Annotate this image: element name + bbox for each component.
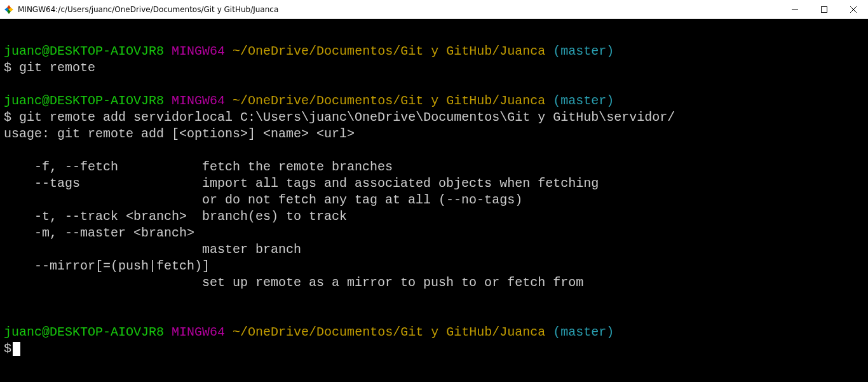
output-line: -t, --track <branch> branch(es) to track bbox=[4, 209, 347, 224]
prompt-branch: (master) bbox=[553, 44, 614, 58]
window-controls bbox=[780, 0, 868, 18]
prompt-symbol: $ bbox=[4, 341, 11, 356]
prompt-path: ~/OneDrive/Documentos/Git y GitHub/Juanc… bbox=[233, 325, 545, 339]
prompt-env: MINGW64 bbox=[172, 325, 225, 339]
prompt-symbol: $ bbox=[4, 110, 11, 125]
minimize-button[interactable] bbox=[780, 0, 810, 18]
terminal-area[interactable]: juanc@DESKTOP-AIOVJR8 MINGW64 ~/OneDrive… bbox=[0, 19, 868, 382]
app-icon bbox=[4, 4, 14, 15]
prompt-env: MINGW64 bbox=[172, 44, 225, 58]
prompt-branch: (master) bbox=[553, 325, 614, 339]
cursor bbox=[13, 342, 20, 356]
titlebar: MINGW64:/c/Users/juanc/OneDrive/Document… bbox=[0, 0, 868, 19]
output-line: -m, --master <branch> bbox=[4, 226, 194, 240]
prompt-user-host: juanc@DESKTOP-AIOVJR8 bbox=[4, 44, 164, 58]
output-line: master branch bbox=[4, 242, 301, 257]
maximize-button[interactable] bbox=[810, 0, 839, 18]
output-line: set up remote as a mirror to push to or … bbox=[4, 275, 583, 290]
prompt-user-host: juanc@DESKTOP-AIOVJR8 bbox=[4, 325, 164, 339]
window-title: MINGW64:/c/Users/juanc/OneDrive/Document… bbox=[18, 5, 278, 14]
prompt-path: ~/OneDrive/Documentos/Git y GitHub/Juanc… bbox=[233, 93, 545, 108]
prompt-user-host: juanc@DESKTOP-AIOVJR8 bbox=[4, 93, 164, 108]
prompt-symbol: $ bbox=[4, 60, 11, 75]
output-line: --tags import all tags and associated ob… bbox=[4, 176, 599, 191]
output-line: or do not fetch any tag at all (--no-tag… bbox=[4, 193, 522, 207]
terminal-block-1: juanc@DESKTOP-AIOVJR8 MINGW64 ~/OneDrive… bbox=[4, 43, 864, 357]
svg-rect-5 bbox=[822, 6, 827, 12]
prompt-path: ~/OneDrive/Documentos/Git y GitHub/Juanc… bbox=[233, 44, 545, 58]
output-line: -f, --fetch fetch the remote branches bbox=[4, 160, 393, 174]
command-line: git remote bbox=[19, 60, 95, 75]
prompt-env: MINGW64 bbox=[172, 93, 225, 108]
output-line: usage: git remote add [<options>] <name>… bbox=[4, 126, 355, 141]
prompt-branch: (master) bbox=[553, 93, 614, 108]
command-line: git remote add servidorlocal C:\Users\ju… bbox=[19, 110, 675, 125]
output-line: --mirror[=(push|fetch)] bbox=[4, 259, 210, 273]
close-button[interactable] bbox=[839, 0, 868, 18]
